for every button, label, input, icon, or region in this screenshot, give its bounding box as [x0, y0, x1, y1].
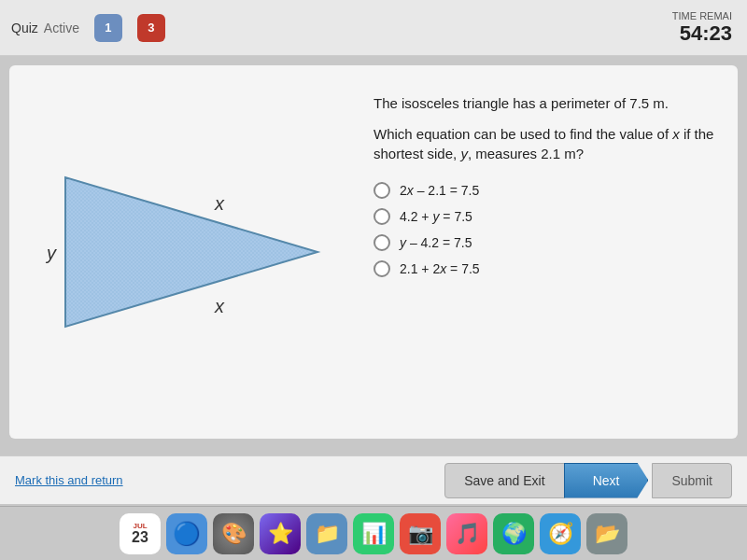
dock-chart[interactable]: 📊 — [353, 513, 394, 554]
dock-folder[interactable]: 📁 — [306, 513, 347, 554]
option-4-text: 2.1 + 2x = 7.5 — [400, 261, 480, 276]
top-bar: Quiz Active 1 3 TIME REMAI 54:23 — [0, 0, 747, 56]
active-label: Active — [44, 21, 79, 35]
question-subtitle: Which equation can be used to find the v… — [374, 124, 719, 163]
option-3[interactable]: y – 4.2 = 7.5 — [374, 234, 719, 251]
time-value: 54:23 — [672, 21, 732, 46]
dock: JUL 23 🔵 🎨 ⭐ 📁 📊 📷 🎵 🌍 🧭 📂 — [0, 506, 747, 560]
bottom-buttons: Save and Exit Next Submit — [444, 463, 732, 498]
dock-music[interactable]: 🎵 — [446, 513, 487, 554]
dock-earth[interactable]: 🌍 — [493, 513, 534, 554]
option-4[interactable]: 2.1 + 2x = 7.5 — [374, 260, 719, 277]
radio-3[interactable] — [374, 234, 390, 251]
svg-text:x: x — [214, 296, 225, 316]
time-remaining: TIME REMAI 54:23 — [672, 10, 732, 46]
svg-text:x: x — [214, 193, 225, 214]
dock-photo[interactable]: 📷 — [400, 513, 441, 554]
save-exit-button[interactable]: Save and Exit — [444, 463, 564, 498]
dock-star[interactable]: ⭐ — [260, 513, 301, 554]
option-3-text: y – 4.2 = 7.5 — [400, 235, 472, 250]
radio-1[interactable] — [374, 182, 390, 199]
dock-finder[interactable]: 🔵 — [166, 513, 207, 554]
options-list: 2x – 2.1 = 7.5 4.2 + y = 7.5 y – 4.2 = 7… — [374, 182, 719, 277]
dock-folder2[interactable]: 📂 — [586, 513, 627, 554]
next-button[interactable]: Next — [564, 463, 649, 498]
time-label: TIME REMAI — [672, 10, 732, 21]
submit-button[interactable]: Submit — [652, 463, 732, 498]
option-2[interactable]: 4.2 + y = 7.5 — [374, 208, 719, 225]
svg-marker-3 — [65, 177, 317, 327]
dock-calendar[interactable]: JUL 23 — [120, 513, 161, 554]
svg-text:y: y — [45, 243, 57, 263]
option-1[interactable]: 2x – 2.1 = 7.5 — [374, 182, 719, 199]
main-content: x x y The isosceles triangle has a perim… — [9, 65, 738, 439]
tab-1-button[interactable]: 1 — [94, 14, 122, 42]
tab-3-button[interactable]: 3 — [137, 14, 165, 42]
question-title: The isosceles triangle has a perimeter o… — [374, 93, 719, 113]
option-2-text: 4.2 + y = 7.5 — [400, 209, 472, 224]
dock-compass[interactable]: 🧭 — [540, 513, 581, 554]
radio-2[interactable] — [374, 208, 390, 225]
option-1-text: 2x – 2.1 = 7.5 — [400, 183, 479, 198]
bottom-bar: Mark this and return Save and Exit Next … — [0, 455, 747, 504]
dock-launchpad[interactable]: 🎨 — [213, 513, 254, 554]
quiz-label: Quiz — [11, 21, 38, 35]
radio-4[interactable] — [374, 260, 390, 277]
triangle-diagram: x x y — [37, 149, 336, 355]
dock-day: 23 — [132, 530, 148, 545]
triangle-area: x x y — [9, 65, 364, 439]
mark-return-link[interactable]: Mark this and return — [15, 473, 123, 487]
question-area: The isosceles triangle has a perimeter o… — [364, 65, 738, 439]
